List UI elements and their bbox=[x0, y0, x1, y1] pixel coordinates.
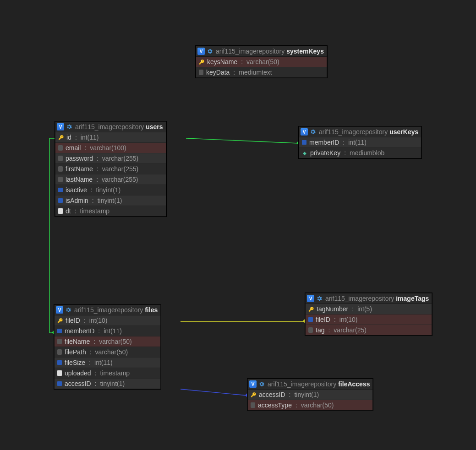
column-name: dt bbox=[66, 207, 71, 215]
schema-name: arif115_imagerepository bbox=[268, 380, 336, 388]
column-name: filePath bbox=[65, 348, 86, 356]
table-column[interactable]: isactive : tinyint(1) bbox=[55, 185, 166, 195]
column-type: int(11) bbox=[348, 139, 367, 146]
column-name: password bbox=[66, 155, 93, 162]
primary-key-icon: 🔑 bbox=[251, 392, 256, 397]
column-icon bbox=[57, 339, 62, 344]
gear-icon[interactable] bbox=[207, 48, 213, 54]
schema-name: arif115_imagerepository bbox=[319, 128, 388, 136]
column-type: varchar(25) bbox=[334, 326, 367, 334]
table-column[interactable]: 🔑keysName : varchar(50) bbox=[196, 57, 327, 67]
column-type: int(11) bbox=[94, 359, 113, 366]
column-name: fileSize bbox=[65, 359, 85, 366]
table-imageTags[interactable]: Varif115_imagerepository imageTags🔑tagNu… bbox=[305, 293, 432, 336]
table-column[interactable]: accessType : varchar(50) bbox=[248, 400, 372, 410]
gear-icon[interactable] bbox=[65, 307, 71, 313]
table-column[interactable]: 🔑fileID : int(10) bbox=[55, 315, 160, 326]
table-column[interactable]: fileID : int(10) bbox=[306, 314, 432, 325]
schema-name: arif115_imagerepository bbox=[325, 295, 394, 302]
numeric-icon bbox=[302, 140, 306, 145]
column-type: tinyint(1) bbox=[96, 186, 121, 194]
column-type: varchar(50) bbox=[99, 338, 132, 345]
table-header[interactable]: Varif115_imagerepository imageTags bbox=[306, 293, 432, 304]
column-name: keyData bbox=[206, 69, 230, 76]
column-name: privateKey bbox=[310, 149, 340, 157]
view-badge-icon: V bbox=[307, 295, 314, 302]
column-type: timestamp bbox=[80, 207, 110, 215]
table-header[interactable]: Varif115_imagerepository userKeys bbox=[299, 127, 421, 137]
column-name: isAdmin bbox=[66, 197, 88, 204]
table-column[interactable]: fileSize : int(11) bbox=[55, 358, 160, 368]
gear-icon[interactable] bbox=[258, 381, 265, 387]
table-column[interactable]: email : varchar(100) bbox=[55, 143, 166, 153]
column-type: varchar(255) bbox=[102, 165, 138, 173]
table-header[interactable]: Varif115_imagerepository systemKeys bbox=[196, 46, 327, 57]
column-type: timestamp bbox=[100, 369, 130, 377]
table-column[interactable]: dt : timestamp bbox=[55, 206, 166, 216]
table-body: 🔑id : int(11)email : varchar(100)passwor… bbox=[55, 132, 166, 216]
column-name: isactive bbox=[66, 186, 87, 194]
view-badge-icon: V bbox=[56, 306, 63, 314]
column-name: id bbox=[66, 134, 71, 141]
column-type: varchar(255) bbox=[102, 176, 138, 183]
column-name: firstName bbox=[66, 165, 93, 173]
primary-key-icon: 🔑 bbox=[57, 318, 63, 323]
gear-icon[interactable] bbox=[310, 129, 316, 135]
schema-name: arif115_imagerepository bbox=[74, 306, 143, 314]
table-files[interactable]: Varif115_imagerepository files🔑fileID : … bbox=[54, 304, 161, 389]
gear-icon[interactable] bbox=[66, 124, 72, 130]
column-name: tag bbox=[316, 326, 324, 334]
table-column[interactable]: memberID : int(11) bbox=[55, 326, 160, 336]
column-name: accessID bbox=[65, 380, 91, 387]
blob-icon: ◆ bbox=[302, 150, 307, 156]
table-body: 🔑keysName : varchar(50)keyData : mediumt… bbox=[196, 57, 327, 77]
gear-icon[interactable] bbox=[316, 295, 323, 302]
table-column[interactable]: firstName : varchar(255) bbox=[55, 164, 166, 174]
column-type: tinyint(1) bbox=[294, 391, 319, 398]
table-userKeys[interactable]: Varif115_imagerepository userKeysmemberI… bbox=[299, 126, 421, 158]
table-column[interactable]: isAdmin : tinyint(1) bbox=[55, 195, 166, 206]
table-column[interactable]: filePath : varchar(50) bbox=[55, 347, 160, 358]
column-type: tinyint(1) bbox=[98, 197, 122, 204]
primary-key-icon: 🔑 bbox=[58, 135, 64, 140]
column-name: uploaded bbox=[65, 369, 91, 377]
column-icon bbox=[308, 327, 313, 333]
table-systemKeys[interactable]: Varif115_imagerepository systemKeys🔑keys… bbox=[196, 46, 327, 78]
column-name: accessType bbox=[258, 401, 292, 409]
column-name: fileName bbox=[65, 338, 90, 345]
column-type: int(10) bbox=[89, 317, 108, 324]
view-badge-icon: V bbox=[57, 123, 64, 130]
table-column[interactable]: uploaded : timestamp bbox=[55, 368, 160, 379]
table-column[interactable]: 🔑accessID : tinyint(1) bbox=[248, 390, 372, 400]
column-name: lastName bbox=[66, 176, 93, 183]
column-type: varchar(255) bbox=[102, 155, 138, 162]
table-name: fileAccess bbox=[338, 380, 370, 388]
table-column[interactable]: ◆privateKey : mediumblob bbox=[299, 148, 421, 158]
table-body: memberID : int(11)◆privateKey : mediumbl… bbox=[299, 137, 421, 158]
table-header[interactable]: Varif115_imagerepository users bbox=[55, 122, 166, 132]
column-type: tinyint(1) bbox=[100, 380, 125, 387]
column-type: varchar(100) bbox=[90, 144, 126, 152]
primary-key-icon: 🔑 bbox=[308, 306, 314, 312]
table-header[interactable]: Varif115_imagerepository files bbox=[55, 305, 160, 315]
table-users[interactable]: Varif115_imagerepository users🔑id : int(… bbox=[55, 121, 166, 217]
column-name: accessID bbox=[259, 391, 285, 398]
table-column[interactable]: 🔑tagNumber : int(5) bbox=[306, 304, 432, 314]
table-header[interactable]: Varif115_imagerepository fileAccess bbox=[248, 379, 372, 390]
column-icon bbox=[57, 349, 62, 355]
table-column[interactable]: tag : varchar(25) bbox=[306, 325, 432, 335]
table-column[interactable]: 🔑id : int(11) bbox=[55, 132, 166, 143]
table-column[interactable]: keyData : mediumtext bbox=[196, 67, 327, 77]
table-fileAccess[interactable]: Varif115_imagerepository fileAccess🔑acce… bbox=[247, 379, 373, 411]
table-column[interactable]: memberID : int(11) bbox=[299, 137, 421, 148]
numeric-icon bbox=[57, 329, 62, 333]
table-column[interactable]: fileName : varchar(50) bbox=[55, 336, 160, 347]
table-column[interactable]: password : varchar(255) bbox=[55, 153, 166, 164]
table-column[interactable]: accessID : tinyint(1) bbox=[55, 379, 160, 389]
table-name: userKeys bbox=[389, 128, 418, 136]
column-type: mediumtext bbox=[239, 69, 272, 76]
column-type: varchar(50) bbox=[301, 401, 334, 409]
timestamp-icon bbox=[58, 208, 63, 214]
table-name: users bbox=[146, 123, 163, 130]
table-column[interactable]: lastName : varchar(255) bbox=[55, 174, 166, 185]
